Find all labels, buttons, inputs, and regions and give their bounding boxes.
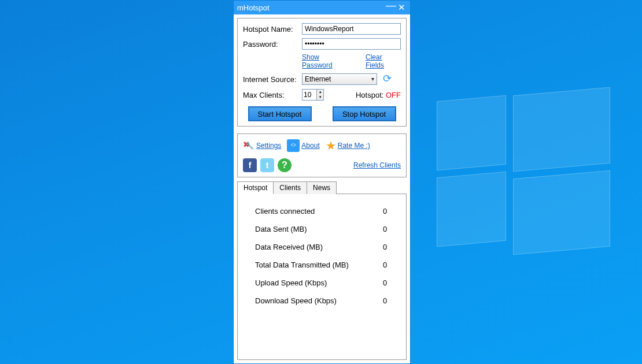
password-input[interactable] — [302, 38, 401, 50]
internet-source-value: Ethernet — [305, 75, 331, 83]
settings-link[interactable]: Settings — [256, 142, 281, 150]
star-icon: ★ — [326, 139, 336, 153]
settings-icon — [243, 140, 254, 151]
refresh-clients-link[interactable]: Refresh Clients — [353, 161, 401, 169]
tab-hotspot[interactable]: Hotspot — [237, 181, 274, 194]
internet-source-select[interactable]: Ethernet ▾ — [302, 73, 377, 85]
internet-source-label: Internet Source: — [243, 75, 302, 84]
password-label: Password: — [243, 40, 302, 49]
stepper-down-icon[interactable]: ▾ — [316, 95, 323, 100]
stat-row: Data Sent (MB)0 — [255, 225, 397, 233]
hotspot-name-label: Hotspot Name: — [243, 25, 302, 34]
chevron-down-icon: ▾ — [371, 76, 374, 82]
close-button[interactable]: ✕ — [396, 2, 407, 13]
stat-row: Total Data Transmitted (MB)0 — [255, 261, 397, 269]
max-clients-value: 10 — [304, 91, 311, 99]
hotspot-status-label: Hotspot: — [356, 91, 383, 99]
start-hotspot-button[interactable]: Start Hotspot — [248, 106, 312, 121]
stop-hotspot-button[interactable]: Stop Hotspot — [333, 106, 396, 121]
twitter-icon[interactable]: t — [260, 158, 274, 172]
stat-row: Clients connected0 — [255, 207, 397, 216]
desktop-wallpaper: mHotspot — ✕ Hotspot Name: Password: Sho… — [0, 0, 642, 364]
max-clients-stepper[interactable]: 10 ▴ ▾ — [302, 89, 324, 101]
title-bar[interactable]: mHotspot — ✕ — [234, 1, 410, 14]
stat-row: Upload Speed (Kbps)0 — [255, 278, 397, 287]
hotspot-status-value: OFF — [386, 91, 401, 99]
app-window: mHotspot — ✕ Hotspot Name: Password: Sho… — [233, 0, 411, 364]
stat-row: Download Speed (Kbps)0 — [255, 296, 397, 305]
clear-fields-link[interactable]: Clear Fields — [366, 53, 401, 69]
about-link[interactable]: About — [301, 142, 319, 150]
links-panel: Settings ⌔ About ★ Rate Me :) f t ? Refr… — [237, 133, 407, 177]
tab-news[interactable]: News — [307, 181, 337, 194]
stat-row: Data Received (MB)0 — [255, 243, 397, 251]
refresh-source-icon[interactable]: ⟳ — [383, 72, 392, 85]
show-password-link[interactable]: Show Password — [302, 53, 349, 69]
hotspot-config-panel: Hotspot Name: Password: Show Password Cl… — [237, 18, 407, 127]
window-title: mHotspot — [237, 3, 270, 12]
tab-bar: Hotspot Clients News — [237, 181, 407, 194]
stepper-up-icon[interactable]: ▴ — [316, 90, 323, 95]
help-icon[interactable]: ? — [278, 158, 292, 172]
windows-logo-icon — [437, 81, 610, 254]
facebook-icon[interactable]: f — [243, 158, 257, 172]
rate-link[interactable]: Rate Me :) — [338, 142, 370, 150]
max-clients-label: Max Clients: — [243, 91, 302, 99]
wifi-icon: ⌔ — [287, 139, 300, 152]
hotspot-stats-panel: Clients connected0 Data Sent (MB)0 Data … — [237, 194, 407, 360]
minimize-button[interactable]: — — [386, 0, 396, 12]
hotspot-name-input[interactable] — [302, 23, 401, 35]
tab-clients[interactable]: Clients — [273, 181, 307, 194]
